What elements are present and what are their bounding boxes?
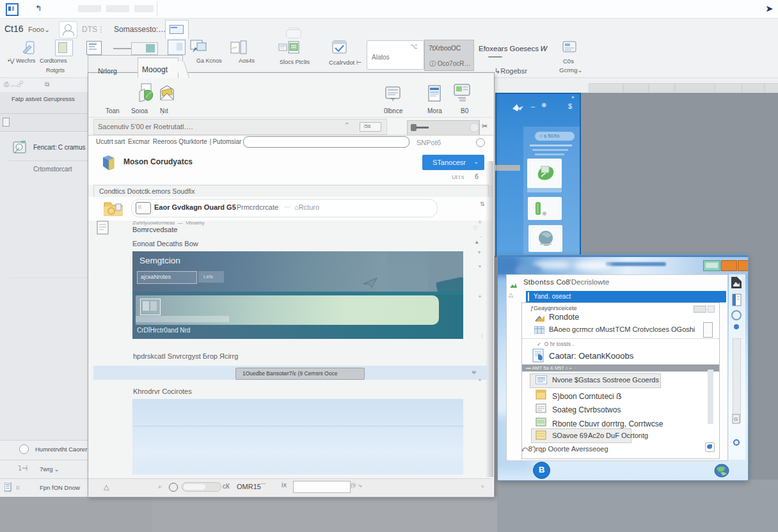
svg-text:G: G <box>734 416 738 422</box>
